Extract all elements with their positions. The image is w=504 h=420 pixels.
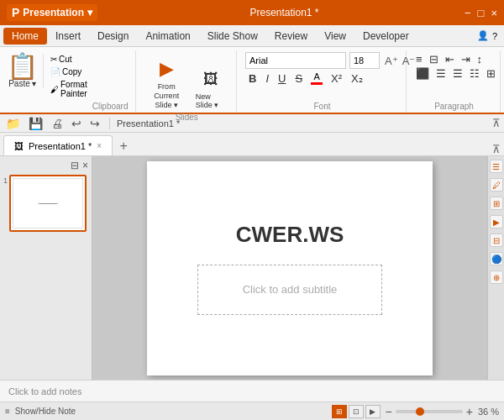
font-group: A⁺ A⁻ B I U S A X² X₂ Font	[239, 50, 407, 113]
line-spacing-button[interactable]: ↕	[475, 52, 486, 66]
numbered-list-button[interactable]: ⊟	[427, 52, 441, 66]
paragraph-row1: ≡ ⊟ ⇤ ⇥ ↕	[413, 52, 495, 66]
clipboard-group: 📋 Paste▾ ✂ Cut 📄 Copy 🖌 Format Painter C…	[3, 50, 136, 113]
help-icon[interactable]: ?	[492, 31, 497, 41]
print-button[interactable]: 🖨	[49, 116, 66, 131]
font-size-increase-button[interactable]: A⁺	[383, 55, 400, 67]
menu-bar: Home Insert Design Animation Slide Show …	[0, 25, 504, 47]
normal-view-button[interactable]: ⊞	[332, 405, 347, 418]
menu-icons: 👤 ?	[477, 30, 501, 41]
slide-subtitle-placeholder[interactable]: Click to add subtitle	[197, 265, 382, 315]
align-left-button[interactable]: ⬛	[413, 66, 432, 81]
status-bar: ≡ Show/Hide Note ⊞ ⊡ ▶ − + 36 %	[0, 402, 504, 420]
zoom-plus-button[interactable]: +	[466, 406, 473, 417]
font-group-label: Font	[245, 100, 399, 111]
new-slide-button[interactable]: 🖼 New Slide ▾	[192, 64, 229, 111]
cut-button[interactable]: ✂ Cut	[49, 54, 89, 65]
slide-canvas[interactable]: CWER.WS Click to add subtitle	[147, 161, 433, 375]
columns-button[interactable]: ⊞	[484, 66, 498, 81]
panel-toggle-button[interactable]: ⊟	[71, 160, 79, 171]
close-button[interactable]: ×	[491, 7, 497, 19]
font-row1: A⁺ A⁻	[245, 52, 399, 69]
show-hide-note-label[interactable]: Show/Hide Note	[15, 407, 76, 416]
tab-close-button[interactable]: ×	[97, 141, 102, 150]
indent-decrease-button[interactable]: ⇤	[443, 52, 457, 66]
tab-collapse-button[interactable]: ⊼	[492, 143, 501, 155]
menu-review[interactable]: Review	[266, 28, 316, 45]
right-sidebar: ☰ 🖊 ⊞ ▶ ⊟ 🔵 ⊕	[487, 156, 504, 380]
zoom-thumb[interactable]	[416, 407, 424, 416]
menu-insert[interactable]: Insert	[47, 28, 89, 45]
sidebar-btn-7[interactable]: ⊕	[490, 270, 503, 284]
indent-increase-button[interactable]: ⇥	[459, 52, 473, 66]
slideshow-button[interactable]: ▶	[365, 405, 381, 418]
panel-header: ⊟ ×	[3, 160, 88, 171]
sidebar-btn-1[interactable]: ☰	[490, 160, 503, 173]
zoom-level-label: 36 %	[478, 407, 499, 417]
slide-sorter-button[interactable]: ⊡	[349, 405, 364, 418]
save-button[interactable]: 💾	[26, 116, 45, 131]
menu-home[interactable]: Home	[3, 28, 47, 45]
menu-view[interactable]: View	[316, 28, 354, 45]
collapse-ribbon-button[interactable]: ⊼	[492, 117, 501, 129]
tab-presentation1[interactable]: 🖼 Presentation1 * ×	[3, 135, 113, 155]
filename-label: Presentation1 *	[117, 118, 180, 129]
app-name: Presentation	[23, 7, 84, 18]
zoom-minus-button[interactable]: −	[386, 406, 392, 417]
font-color-icon: A	[313, 71, 319, 81]
font-color-button[interactable]: A	[308, 71, 325, 86]
redo-button[interactable]: ↪	[87, 116, 102, 131]
bullet-list-button[interactable]: ≡	[413, 52, 425, 66]
folder-open-button[interactable]: 📁	[3, 116, 23, 131]
canvas-area: CWER.WS Click to add subtitle	[92, 156, 487, 380]
paste-label: Paste▾	[8, 79, 36, 88]
superscript-button[interactable]: X²	[328, 71, 345, 86]
sidebar-btn-2[interactable]: 🖊	[490, 178, 503, 192]
new-slide-label: New Slide ▾	[196, 92, 226, 109]
new-tab-button[interactable]: +	[114, 137, 133, 155]
from-current-slide-label: From Current Slide ▾	[148, 82, 186, 109]
main-area: ⊟ × 1 ───── CWER.WS Click to add subtitl…	[0, 156, 504, 380]
slide-thumb-content: ─────	[13, 178, 83, 228]
paste-button[interactable]: 📋 Paste▾	[7, 54, 44, 88]
menu-developer[interactable]: Developer	[354, 28, 417, 45]
menu-design[interactable]: Design	[89, 28, 137, 45]
slide-panel: ⊟ × 1 ─────	[0, 156, 92, 380]
app-logo[interactable]: P Presentation ▾	[7, 4, 97, 21]
separator	[109, 118, 110, 129]
sidebar-btn-3[interactable]: ⊞	[490, 197, 503, 210]
bold-button[interactable]: B	[245, 71, 260, 86]
notes-bar[interactable]: Click to add notes	[0, 380, 504, 402]
notes-placeholder: Click to add notes	[8, 386, 81, 396]
font-family-input[interactable]	[245, 52, 346, 69]
undo-button[interactable]: ↩	[69, 116, 84, 131]
zoom-slider[interactable]	[396, 410, 463, 413]
align-right-button[interactable]: ☰	[450, 66, 465, 81]
italic-button[interactable]: I	[262, 71, 272, 86]
menu-animation[interactable]: Animation	[137, 28, 198, 45]
subscript-button[interactable]: X₂	[348, 71, 366, 86]
font-row2: B I U S A X² X₂	[245, 71, 399, 86]
sidebar-btn-6[interactable]: 🔵	[490, 252, 503, 265]
underline-button[interactable]: U	[275, 71, 289, 86]
dropdown-arrow-icon[interactable]: ▾	[87, 7, 92, 18]
slide-thumbnail-container: 1 ─────	[3, 175, 88, 232]
slide-thumbnail[interactable]: ─────	[9, 175, 87, 232]
paragraph-group: ≡ ⊟ ⇤ ⇥ ↕ ⬛ ☰ ☰ ☷ ⊞ Paragraph	[408, 50, 501, 113]
menu-slideshow[interactable]: Slide Show	[199, 28, 266, 45]
sidebar-btn-5[interactable]: ⊟	[490, 234, 503, 247]
align-center-button[interactable]: ☰	[433, 66, 449, 81]
from-current-slide-button[interactable]: ▶ From Current Slide ▾	[144, 54, 189, 111]
maximize-button[interactable]: □	[478, 7, 485, 19]
status-right: ⊞ ⊡ ▶ − + 36 %	[332, 405, 499, 418]
strikethrough-button[interactable]: S	[291, 71, 306, 86]
panel-close-button[interactable]: ×	[82, 160, 88, 171]
copy-button[interactable]: 📄 Copy	[49, 66, 89, 77]
from-current-slide-icon: ▶	[153, 55, 180, 82]
minimize-button[interactable]: −	[465, 7, 471, 19]
sidebar-btn-4[interactable]: ▶	[490, 215, 503, 228]
paragraph-group-label: Paragraph	[413, 100, 495, 111]
align-justify-button[interactable]: ☷	[467, 66, 482, 81]
format-painter-button[interactable]: 🖌 Format Painter	[49, 79, 89, 99]
font-size-input[interactable]	[349, 52, 380, 69]
